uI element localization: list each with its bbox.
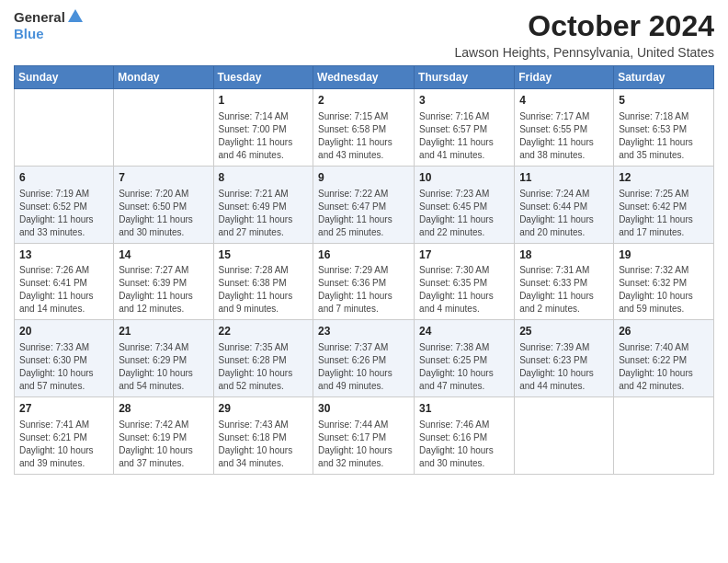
day-number: 2	[318, 93, 409, 109]
day-info: Sunrise: 7:29 AMSunset: 6:36 PMDaylight:…	[318, 264, 409, 316]
day-of-week-header: Tuesday	[213, 66, 313, 89]
day-of-week-header: Sunday	[15, 66, 114, 89]
day-number: 4	[519, 93, 609, 109]
day-info: Sunrise: 7:37 AMSunset: 6:26 PMDaylight:…	[318, 341, 409, 393]
header-row: SundayMondayTuesdayWednesdayThursdayFrid…	[15, 66, 714, 89]
calendar-cell: 9Sunrise: 7:22 AMSunset: 6:47 PMDaylight…	[313, 166, 415, 243]
day-number: 19	[619, 247, 709, 263]
calendar-cell: 3Sunrise: 7:16 AMSunset: 6:57 PMDaylight…	[415, 89, 515, 167]
day-info: Sunrise: 7:44 AMSunset: 6:17 PMDaylight:…	[318, 419, 409, 470]
calendar-cell: 14Sunrise: 7:27 AMSunset: 6:39 PMDayligh…	[114, 243, 213, 320]
calendar-cell: 10Sunrise: 7:23 AMSunset: 6:45 PMDayligh…	[415, 166, 515, 243]
calendar-cell: 7Sunrise: 7:20 AMSunset: 6:50 PMDaylight…	[114, 166, 213, 243]
day-info: Sunrise: 7:42 AMSunset: 6:19 PMDaylight:…	[119, 419, 208, 470]
day-number: 30	[318, 401, 409, 417]
day-info: Sunrise: 7:23 AMSunset: 6:45 PMDaylight:…	[419, 188, 509, 239]
calendar-cell: 11Sunrise: 7:24 AMSunset: 6:44 PMDayligh…	[515, 166, 614, 243]
calendar-cell: 15Sunrise: 7:28 AMSunset: 6:38 PMDayligh…	[213, 243, 313, 320]
calendar-cell: 1Sunrise: 7:14 AMSunset: 7:00 PMDaylight…	[213, 89, 313, 167]
day-number: 11	[519, 170, 609, 186]
calendar-cell: 2Sunrise: 7:15 AMSunset: 6:58 PMDaylight…	[313, 89, 415, 167]
calendar-week-row: 6Sunrise: 7:19 AMSunset: 6:52 PMDaylight…	[15, 166, 714, 243]
day-info: Sunrise: 7:25 AMSunset: 6:42 PMDaylight:…	[619, 188, 709, 239]
calendar-cell: 27Sunrise: 7:41 AMSunset: 6:21 PMDayligh…	[15, 397, 114, 475]
calendar-cell: 21Sunrise: 7:34 AMSunset: 6:29 PMDayligh…	[114, 320, 213, 397]
day-info: Sunrise: 7:30 AMSunset: 6:35 PMDaylight:…	[419, 264, 509, 316]
logo: General Blue	[14, 9, 83, 42]
calendar-cell	[114, 89, 213, 167]
calendar-cell: 6Sunrise: 7:19 AMSunset: 6:52 PMDaylight…	[15, 166, 114, 243]
calendar-cell: 26Sunrise: 7:40 AMSunset: 6:22 PMDayligh…	[614, 320, 714, 397]
day-number: 18	[519, 247, 609, 263]
day-number: 16	[318, 247, 409, 263]
calendar-cell: 8Sunrise: 7:21 AMSunset: 6:49 PMDaylight…	[213, 166, 313, 243]
day-info: Sunrise: 7:16 AMSunset: 6:57 PMDaylight:…	[419, 110, 509, 162]
page-header: General Blue October 2024 Lawson Heights…	[14, 9, 714, 60]
day-number: 29	[219, 401, 309, 417]
day-info: Sunrise: 7:19 AMSunset: 6:52 PMDaylight:…	[19, 188, 108, 239]
day-number: 17	[419, 247, 509, 263]
day-info: Sunrise: 7:27 AMSunset: 6:39 PMDaylight:…	[119, 264, 208, 316]
day-info: Sunrise: 7:18 AMSunset: 6:53 PMDaylight:…	[619, 110, 709, 162]
calendar-cell: 28Sunrise: 7:42 AMSunset: 6:19 PMDayligh…	[114, 397, 213, 475]
calendar-cell: 29Sunrise: 7:43 AMSunset: 6:18 PMDayligh…	[213, 397, 313, 475]
calendar-cell: 12Sunrise: 7:25 AMSunset: 6:42 PMDayligh…	[614, 166, 714, 243]
day-info: Sunrise: 7:31 AMSunset: 6:33 PMDaylight:…	[519, 264, 609, 316]
day-info: Sunrise: 7:14 AMSunset: 7:00 PMDaylight:…	[219, 110, 309, 162]
calendar-cell: 25Sunrise: 7:39 AMSunset: 6:23 PMDayligh…	[515, 320, 614, 397]
day-number: 10	[419, 170, 509, 186]
day-number: 25	[519, 324, 609, 339]
calendar-week-row: 27Sunrise: 7:41 AMSunset: 6:21 PMDayligh…	[15, 397, 714, 475]
day-info: Sunrise: 7:43 AMSunset: 6:18 PMDaylight:…	[219, 419, 309, 470]
calendar-cell	[515, 397, 614, 475]
day-of-week-header: Saturday	[614, 66, 714, 89]
day-number: 23	[318, 324, 409, 339]
calendar-cell: 30Sunrise: 7:44 AMSunset: 6:17 PMDayligh…	[313, 397, 415, 475]
day-info: Sunrise: 7:20 AMSunset: 6:50 PMDaylight:…	[119, 188, 208, 239]
calendar-cell: 20Sunrise: 7:33 AMSunset: 6:30 PMDayligh…	[15, 320, 114, 397]
day-number: 1	[219, 93, 309, 109]
day-info: Sunrise: 7:41 AMSunset: 6:21 PMDaylight:…	[19, 419, 108, 470]
location: Lawson Heights, Pennsylvania, United Sta…	[455, 45, 715, 60]
logo-general-text: General	[14, 9, 65, 26]
day-number: 31	[419, 401, 509, 417]
day-info: Sunrise: 7:35 AMSunset: 6:28 PMDaylight:…	[219, 341, 309, 393]
calendar-cell: 5Sunrise: 7:18 AMSunset: 6:53 PMDaylight…	[614, 89, 714, 167]
day-info: Sunrise: 7:24 AMSunset: 6:44 PMDaylight:…	[519, 188, 609, 239]
day-info: Sunrise: 7:46 AMSunset: 6:16 PMDaylight:…	[419, 419, 509, 470]
day-number: 9	[318, 170, 409, 186]
calendar-week-row: 20Sunrise: 7:33 AMSunset: 6:30 PMDayligh…	[15, 320, 714, 397]
day-of-week-header: Thursday	[415, 66, 515, 89]
day-number: 15	[219, 247, 309, 263]
day-number: 7	[119, 170, 208, 186]
day-info: Sunrise: 7:15 AMSunset: 6:58 PMDaylight:…	[318, 110, 409, 162]
logo-triangle-icon	[68, 9, 83, 22]
day-info: Sunrise: 7:33 AMSunset: 6:30 PMDaylight:…	[19, 341, 108, 393]
calendar-week-row: 13Sunrise: 7:26 AMSunset: 6:41 PMDayligh…	[15, 243, 714, 320]
day-info: Sunrise: 7:39 AMSunset: 6:23 PMDaylight:…	[519, 341, 609, 393]
day-info: Sunrise: 7:21 AMSunset: 6:49 PMDaylight:…	[219, 188, 309, 239]
title-block: October 2024 Lawson Heights, Pennsylvani…	[455, 9, 715, 60]
calendar-cell	[614, 397, 714, 475]
day-of-week-header: Friday	[515, 66, 614, 89]
day-info: Sunrise: 7:26 AMSunset: 6:41 PMDaylight:…	[19, 264, 108, 316]
day-of-week-header: Monday	[114, 66, 213, 89]
calendar-cell: 16Sunrise: 7:29 AMSunset: 6:36 PMDayligh…	[313, 243, 415, 320]
day-number: 21	[119, 324, 208, 339]
day-info: Sunrise: 7:34 AMSunset: 6:29 PMDaylight:…	[119, 341, 208, 393]
calendar-cell: 17Sunrise: 7:30 AMSunset: 6:35 PMDayligh…	[415, 243, 515, 320]
day-number: 24	[419, 324, 509, 339]
calendar-cell: 31Sunrise: 7:46 AMSunset: 6:16 PMDayligh…	[415, 397, 515, 475]
calendar-table: SundayMondayTuesdayWednesdayThursdayFrid…	[14, 65, 714, 475]
calendar-cell: 18Sunrise: 7:31 AMSunset: 6:33 PMDayligh…	[515, 243, 614, 320]
calendar-cell: 4Sunrise: 7:17 AMSunset: 6:55 PMDaylight…	[515, 89, 614, 167]
day-info: Sunrise: 7:17 AMSunset: 6:55 PMDaylight:…	[519, 110, 609, 162]
day-info: Sunrise: 7:38 AMSunset: 6:25 PMDaylight:…	[419, 341, 509, 393]
calendar-cell: 22Sunrise: 7:35 AMSunset: 6:28 PMDayligh…	[213, 320, 313, 397]
day-number: 22	[219, 324, 309, 339]
calendar-cell: 19Sunrise: 7:32 AMSunset: 6:32 PMDayligh…	[614, 243, 714, 320]
day-number: 27	[19, 401, 108, 417]
day-number: 28	[119, 401, 208, 417]
calendar-cell: 13Sunrise: 7:26 AMSunset: 6:41 PMDayligh…	[15, 243, 114, 320]
day-number: 3	[419, 93, 509, 109]
